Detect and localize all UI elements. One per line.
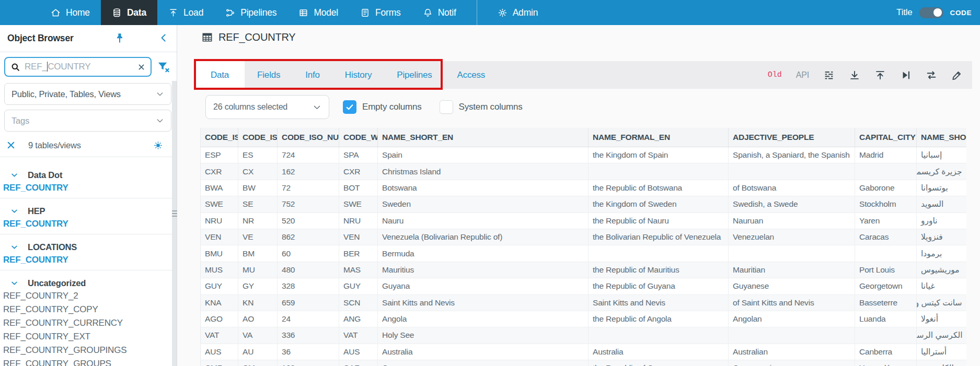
grid-cell[interactable]: VAT: [201, 327, 238, 344]
grid-cell[interactable]: أستراليا: [917, 344, 966, 360]
grid-cell[interactable]: Cameroonian: [729, 360, 855, 366]
nav-item-home[interactable]: Home: [40, 0, 101, 25]
grid-header-cell[interactable]: CODE_ISO_2: [238, 128, 278, 147]
grid-cell[interactable]: 752: [278, 196, 339, 212]
tree-item[interactable]: REF_COUNTRY_EXT: [0, 330, 177, 344]
grid-cell[interactable]: SCN: [339, 294, 378, 311]
grid-cell[interactable]: AO: [238, 311, 278, 327]
grid-header-cell[interactable]: CODE_ISO_3: [201, 128, 238, 147]
grid-cell[interactable]: VEN: [339, 229, 378, 245]
grid-cell[interactable]: Georgetown: [855, 278, 917, 294]
grid-cell[interactable]: the Republic of Cameroon: [589, 360, 729, 366]
tab-pipelines[interactable]: Pipelines: [384, 61, 444, 89]
grid-cell[interactable]: Angola: [378, 311, 589, 327]
grid-cell[interactable]: BWA: [201, 180, 238, 196]
grid-cell[interactable]: the Republic of Nauru: [589, 212, 729, 229]
grid-cell[interactable]: Christmas Island: [378, 163, 589, 180]
grid-cell[interactable]: the Bolivarian Republic of Venezuela: [589, 229, 729, 245]
grid-cell[interactable]: Sweden: [378, 196, 589, 212]
tree-group-header[interactable]: Data Dot: [0, 169, 177, 181]
grid-cell[interactable]: the Republic of Guyana: [589, 278, 729, 294]
grid-cell[interactable]: إسبانيا: [917, 147, 966, 163]
grid-cell[interactable]: AUS: [339, 344, 378, 360]
grid-cell[interactable]: [855, 327, 917, 344]
grid-header-cell[interactable]: NAME_FORMAL_EN: [589, 128, 729, 147]
grid-cell[interactable]: Swedish, a Swede: [729, 196, 855, 212]
grid-cell[interactable]: Venezuelan: [729, 229, 855, 245]
grid-cell[interactable]: بوتسوانا: [917, 180, 966, 196]
grid-cell[interactable]: 72: [278, 180, 339, 196]
table-row[interactable]: KNAKN659SCNSaint Kitts and NevisSaint Ki…: [201, 294, 966, 311]
grid-cell[interactable]: Australia: [589, 344, 729, 360]
table-row[interactable]: BMUBM60BERBermudaبرمودا: [201, 245, 966, 262]
grid-cell[interactable]: KN: [238, 294, 278, 311]
table-row[interactable]: CXRCX162CXRChristmas Islandجزيرة كريسماس: [201, 163, 966, 180]
sidebar-resize-handle[interactable]: [171, 210, 177, 217]
grid-cell[interactable]: Angolan: [729, 311, 855, 327]
grid-cell[interactable]: MAS: [339, 262, 378, 278]
table-row[interactable]: SWESE752SWESwedenthe Kingdom of SwedenSw…: [201, 196, 966, 212]
grid-cell[interactable]: VA: [238, 327, 278, 344]
tab-data[interactable]: Data: [195, 61, 245, 89]
grid-cell[interactable]: [855, 163, 917, 180]
tree-item[interactable]: REF_COUNTRY: [0, 181, 177, 195]
grid-cell[interactable]: الكاميرون: [917, 360, 966, 366]
grid-cell[interactable]: SE: [238, 196, 278, 212]
grid-cell[interactable]: the Kingdom of Spain: [589, 147, 729, 163]
browser-settings-gear-icon[interactable]: [153, 140, 163, 150]
grid-cell[interactable]: [589, 163, 729, 180]
visibility-filter-select[interactable]: Public, Private, Tables, Views: [4, 83, 171, 105]
grid-cell[interactable]: Mauritian: [729, 262, 855, 278]
grid-cell[interactable]: KNA: [201, 294, 238, 311]
grid-cell[interactable]: of Saint Kitts and Nevis: [729, 294, 855, 311]
grid-cell[interactable]: Australian: [729, 344, 855, 360]
grid-cell[interactable]: Guyana: [378, 278, 589, 294]
grid-cell[interactable]: [729, 245, 855, 262]
grid-cell[interactable]: the Republic of Mauritius: [589, 262, 729, 278]
grid-cell[interactable]: 724: [278, 147, 339, 163]
clear-search-icon[interactable]: [137, 63, 145, 71]
tree-item[interactable]: REF_COUNTRY_2: [0, 289, 177, 303]
nav-item-load[interactable]: Load: [157, 0, 214, 25]
table-row[interactable]: AUSAU36AUSAustraliaAustraliaAustralianCa…: [201, 344, 966, 360]
grid-cell[interactable]: Australia: [378, 344, 589, 360]
grid-cell[interactable]: 480: [278, 262, 339, 278]
grid-cell[interactable]: ناورو: [917, 212, 966, 229]
grid-cell[interactable]: NR: [238, 212, 278, 229]
grid-cell[interactable]: [589, 327, 729, 344]
system-columns-checkbox[interactable]: [440, 100, 453, 114]
sidebar-resize-gutter[interactable]: [172, 81, 177, 366]
grid-cell[interactable]: the Republic of Angola: [589, 311, 729, 327]
grid-cell[interactable]: [729, 163, 855, 180]
grid-header-cell[interactable]: CODE_WHO: [339, 128, 378, 147]
grid-cell[interactable]: [589, 245, 729, 262]
download-icon[interactable]: [849, 69, 860, 81]
table-display-icon[interactable]: [823, 69, 835, 81]
grid-cell[interactable]: BER: [339, 245, 378, 262]
grid-cell[interactable]: 120: [278, 360, 339, 366]
nav-item-notif[interactable]: Notif: [412, 0, 467, 25]
tree-group-header[interactable]: LOCATIONS: [0, 241, 177, 253]
table-row[interactable]: GUYGY328GUYGuyanathe Republic of GuyanaG…: [201, 278, 966, 294]
collapse-sidebar-icon[interactable]: [158, 32, 169, 43]
grid-cell[interactable]: Mauritius: [378, 262, 589, 278]
transfer-icon[interactable]: [926, 69, 937, 81]
grid-cell[interactable]: MU: [238, 262, 278, 278]
grid-cell[interactable]: 336: [278, 327, 339, 344]
grid-cell[interactable]: Luanda: [855, 311, 917, 327]
tree-group-header[interactable]: HEP: [0, 205, 177, 217]
grid-cell[interactable]: 328: [278, 278, 339, 294]
tree-item[interactable]: REF_COUNTRY_CURRENCY: [0, 316, 177, 330]
clear-filters-icon[interactable]: [6, 140, 16, 150]
grid-header-cell[interactable]: ADJECTIVE_PEOPLE: [729, 128, 855, 147]
table-row[interactable]: CMRCM120CAFCameroonthe Republic of Camer…: [201, 360, 966, 366]
grid-cell[interactable]: Guyanese: [729, 278, 855, 294]
table-row[interactable]: VENVE862VENVenezuela (Bolivarian Republi…: [201, 229, 966, 245]
grid-cell[interactable]: [729, 327, 855, 344]
filter-icon[interactable]: [156, 60, 170, 74]
grid-cell[interactable]: الكرسي الرسولي: [917, 327, 966, 344]
tags-select[interactable]: Tags: [4, 110, 171, 132]
grid-cell[interactable]: Saint Kitts and Nevis: [378, 294, 589, 311]
grid-cell[interactable]: MUS: [201, 262, 238, 278]
grid-cell[interactable]: Canberra: [855, 344, 917, 360]
